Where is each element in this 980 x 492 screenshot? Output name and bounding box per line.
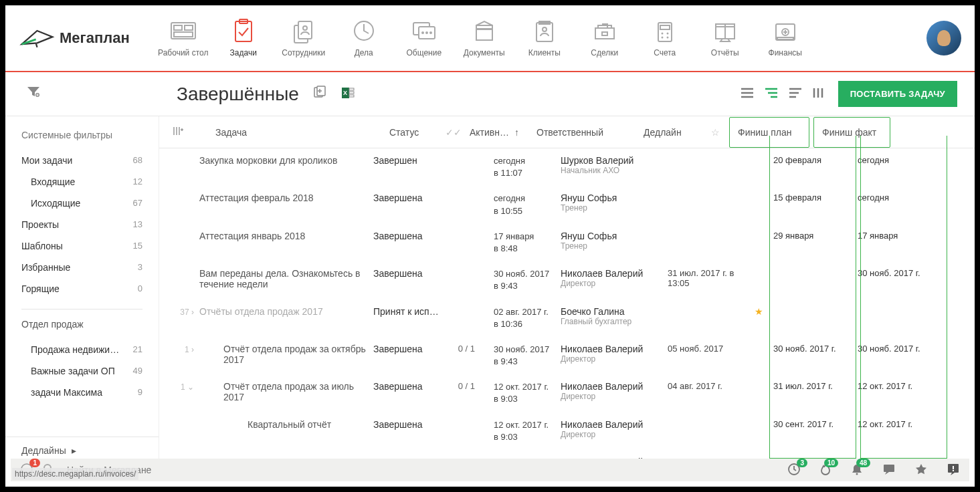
nav-item-5[interactable]: Документы bbox=[458, 19, 511, 57]
col-activity[interactable]: Активн…↑ bbox=[464, 127, 531, 138]
sidebar-item[interactable]: Мои задачи68 bbox=[21, 150, 142, 171]
nav-label: Дела bbox=[337, 48, 391, 57]
cell-finish-fact: 12 окт. 2017 г. bbox=[852, 419, 937, 443]
row-number bbox=[173, 231, 199, 255]
col-status[interactable]: Статус✓✓ bbox=[384, 127, 464, 138]
col-finish-fact[interactable]: Финиш факт bbox=[813, 117, 890, 148]
cell-finish-fact: 30 нояб. 2017 г. bbox=[852, 268, 937, 292]
col-finish-plan[interactable]: Финиш план bbox=[729, 117, 809, 148]
star-icon[interactable] bbox=[914, 463, 928, 478]
excel-export-icon[interactable]: X bbox=[340, 86, 355, 102]
table-row[interactable]: Аттестация январь 2018Завершена17 января… bbox=[159, 224, 975, 261]
cell-star bbox=[755, 231, 768, 255]
table-row[interactable]: Аттестация февраль 2018Завершенасегодняв… bbox=[159, 186, 975, 223]
col-task[interactable]: Задача bbox=[210, 127, 384, 138]
nav-item-6[interactable]: Клиенты bbox=[518, 19, 571, 57]
fire-icon[interactable]: 10 bbox=[819, 463, 831, 478]
svg-rect-29 bbox=[777, 37, 793, 39]
cell-finish-fact bbox=[852, 306, 937, 330]
view-list-icon[interactable] bbox=[741, 88, 754, 100]
sidebar-item-label: Входящие bbox=[31, 176, 75, 187]
logo-text: Мегаплан bbox=[60, 29, 130, 47]
logo[interactable]: Мегаплан bbox=[19, 25, 130, 51]
sidebar-item-label: Горящие bbox=[21, 283, 60, 294]
col-deadline[interactable]: Дедлайн☆ bbox=[638, 127, 725, 138]
cell-responsible: Николаев ВалерийДиректор bbox=[561, 268, 668, 292]
sidebar-item[interactable]: Важные задачи ОП49 bbox=[21, 360, 142, 382]
col-responsible[interactable]: Ответственный bbox=[531, 127, 638, 138]
status-bar-url: https://desc.megaplan.ru/invoices/ bbox=[12, 468, 138, 480]
cell-deadline bbox=[668, 306, 755, 330]
nav-item-7[interactable]: Сделки bbox=[578, 19, 631, 57]
nav-item-9[interactable]: Отчёты bbox=[698, 19, 752, 57]
cell-finish-plan bbox=[768, 268, 852, 292]
nav-item-10[interactable]: Финансы bbox=[759, 19, 812, 57]
sidebar-item-count: 0 bbox=[138, 283, 142, 294]
nav-label: Сделки bbox=[578, 48, 631, 57]
cell-deadline bbox=[668, 155, 755, 179]
sidebar-item[interactable]: Продажа недвижи…21 bbox=[21, 339, 142, 360]
user-avatar[interactable] bbox=[926, 21, 961, 55]
sidebar-item[interactable]: Шаблоны15 bbox=[21, 235, 142, 257]
clock-icon[interactable]: 3 bbox=[787, 463, 801, 478]
create-task-button[interactable]: ПОСТАВИТЬ ЗАДАЧУ bbox=[838, 81, 957, 107]
column-settings-icon[interactable] bbox=[173, 126, 183, 138]
sidebar-item-count: 68 bbox=[133, 155, 142, 166]
view-columns-icon[interactable] bbox=[813, 88, 825, 100]
nav-item-2[interactable]: Сотрудники bbox=[277, 19, 330, 57]
cell-deadline bbox=[668, 419, 755, 443]
cell-activity: 17 январяв 8:48 bbox=[494, 231, 561, 255]
view-tree-icon[interactable] bbox=[765, 88, 778, 100]
sidebar-item-label: Продажа недвижи… bbox=[31, 344, 119, 355]
chat-icon[interactable] bbox=[882, 463, 896, 478]
nav-item-4[interactable]: Общение bbox=[397, 19, 451, 57]
nav-icon bbox=[468, 19, 500, 43]
feedback-icon[interactable] bbox=[947, 463, 960, 478]
cell-responsible: Николаев ВалерийДиректор bbox=[561, 419, 668, 443]
nav-label: Клиенты bbox=[518, 48, 571, 57]
svg-text:X: X bbox=[343, 90, 347, 96]
sidebar-item-count: 9 bbox=[138, 387, 142, 398]
nav-item-0[interactable]: Рабочий стол bbox=[157, 19, 210, 57]
filter-icon[interactable] bbox=[27, 86, 40, 100]
svg-rect-19 bbox=[602, 32, 607, 35]
table-row[interactable]: 37 ›Отчёты отдела продаж 2017Принят к ис… bbox=[159, 299, 975, 337]
sidebar-item[interactable]: Исходящие67 bbox=[21, 193, 142, 214]
bell-icon[interactable]: 48 bbox=[850, 463, 864, 478]
nav-item-8[interactable]: Счета bbox=[638, 19, 692, 57]
cell-star bbox=[755, 381, 768, 405]
table-row[interactable]: 1 ›Отчёт отдела продаж за октябрь 2017За… bbox=[159, 337, 975, 374]
sidebar-item-count: 13 bbox=[133, 219, 142, 230]
cell-deadline bbox=[668, 231, 755, 255]
cell-finish-plan: 15 февраля bbox=[768, 193, 852, 217]
svg-rect-3 bbox=[174, 32, 193, 37]
svg-rect-42 bbox=[884, 465, 894, 472]
svg-point-24 bbox=[661, 37, 663, 39]
sidebar-item[interactable]: задачи Максима9 bbox=[21, 382, 142, 403]
cell-task: Квартальный отчёт bbox=[199, 419, 373, 443]
table-row[interactable]: 1 ⌄Отчёт отдела продаж за июль 2017Завер… bbox=[159, 374, 975, 412]
cell-task: Аттестация февраль 2018 bbox=[199, 193, 373, 217]
cell-finish-plan: 31 июл. 2017 г. bbox=[768, 381, 852, 405]
nav-icon bbox=[227, 19, 260, 43]
cell-activity: сегодняв 11:07 bbox=[494, 155, 561, 179]
sidebar-item[interactable]: Входящие12 bbox=[21, 171, 142, 193]
cell-responsible: Шурков ВалерийНачальник АХО bbox=[561, 155, 668, 179]
sidebar-item[interactable]: Горящие0 bbox=[21, 278, 142, 299]
copy-icon[interactable] bbox=[312, 86, 327, 102]
table-row[interactable]: Квартальный отчётЗавершена12 окт. 2017 г… bbox=[159, 412, 975, 450]
sidebar-item[interactable]: Избранные3 bbox=[21, 257, 142, 278]
nav-icon bbox=[348, 19, 380, 43]
view-hierarchy-icon[interactable] bbox=[789, 88, 802, 100]
svg-rect-37 bbox=[349, 95, 354, 97]
nav-item-1[interactable]: Задачи bbox=[217, 19, 270, 57]
row-number: 1 › bbox=[173, 344, 199, 368]
cell-counter: 0 / 1 bbox=[454, 344, 494, 368]
sidebar-item[interactable]: Проекты13 bbox=[21, 214, 142, 235]
cell-activity: 12 окт. 2017 г.в 9:03 bbox=[494, 381, 561, 405]
table-row[interactable]: Вам переданы дела. Ознакомьтесь в течени… bbox=[159, 261, 975, 299]
nav-item-3[interactable]: Дела bbox=[337, 19, 391, 57]
nav-icon bbox=[167, 19, 199, 43]
table-row[interactable]: Закупка морковки для кроликовЗавершенсег… bbox=[159, 148, 975, 186]
cell-star: ★ bbox=[755, 306, 768, 330]
